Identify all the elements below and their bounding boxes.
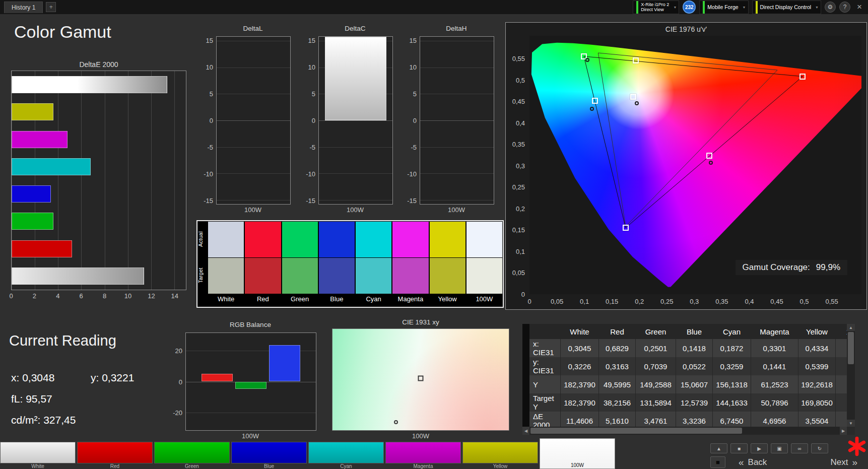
layout-button[interactable]: ▣ [771, 443, 788, 453]
deltah-axis-label: 5 [413, 90, 417, 98]
table-row[interactable]: Y182,379049,5995149,258815,0607156,13186… [529, 375, 847, 393]
deltac-axis-label: 15 [308, 37, 315, 44]
cie1976-title: CIE 1976 u'v' [506, 25, 866, 33]
stop-button[interactable]: ■ [730, 443, 748, 453]
horizontal-scrollbar[interactable]: ◀ ▶ [522, 427, 847, 435]
deltac-axis-label: 10 [308, 63, 315, 71]
pattern-swatch-yellow[interactable]: Yellow [462, 439, 538, 469]
pattern-swatch-100w[interactable]: 100W [540, 439, 615, 469]
horizontal-scroll-thumb[interactable] [530, 428, 742, 434]
cie1976-ytick-label: 0,4 [516, 119, 525, 126]
close-icon[interactable]: × [854, 2, 865, 13]
cie1976-ytick-label: 0,55 [512, 55, 525, 62]
gamut-coverage-readout: Gamut Coverage: 99,9% [736, 260, 847, 275]
deltah-chart-body: 151050-5-10-15 [402, 36, 494, 205]
cie1976-triangle-overlay [529, 36, 861, 294]
deltae2000-chart-title: DeltaE 2000 [11, 58, 186, 71]
table-row[interactable]: Target Y182,379038,2156131,589412,573914… [529, 393, 847, 412]
scroll-down-icon[interactable]: ▼ [847, 420, 855, 427]
scroll-up-icon[interactable]: ▲ [847, 324, 855, 331]
deltah-gridline [420, 68, 494, 68]
pattern-swatch-white[interactable]: White [0, 439, 76, 469]
meter-device-text: X-Rite i1Pro 2 Direct View [641, 2, 669, 12]
cie1976-measured-blue [623, 225, 629, 231]
deltah-ylabels: 151050-5-10-15 [402, 36, 420, 205]
loop-button[interactable]: ∞ [791, 443, 808, 453]
add-tab-button[interactable]: + [46, 2, 56, 12]
pattern-swatch-color [154, 442, 230, 463]
deltal-axis-label: 15 [206, 37, 213, 44]
scroll-right-icon[interactable]: ▶ [840, 427, 847, 435]
next-button[interactable]: Next [828, 457, 850, 467]
table-cell: 61,2523 [751, 375, 798, 393]
table-cell: 0,4334 [798, 339, 836, 357]
next-chevron-icon[interactable]: » [850, 457, 859, 468]
deltal-xlabel: 100W [198, 206, 291, 214]
tab-history-1[interactable]: History 1 [4, 2, 43, 13]
deltae-axis-label: 6 [80, 292, 83, 300]
pattern-swatch-cyan[interactable]: Cyan [308, 439, 384, 469]
table-cell: 0,3259 [713, 357, 751, 375]
pattern-swatch-label: Yellow [462, 463, 538, 469]
help-icon[interactable]: ? [839, 2, 850, 13]
cie1976-measured-magenta [706, 153, 712, 159]
deltae-bar-row [12, 153, 186, 180]
table-cell: 144,1633 [713, 393, 751, 412]
target-swatch-magenta [392, 258, 428, 294]
measurement-data-table: WhiteRedGreenBlueCyanMagentaYellow100Wx:… [522, 324, 855, 435]
pattern-swatch-magenta[interactable]: Magenta [385, 439, 461, 469]
display-control-dropdown[interactable]: Direct Display Control ▼ [752, 1, 821, 14]
deltah-chart: DeltaH 151050-5-10-15 100W [402, 24, 494, 214]
table-cell: 0,0522 [676, 357, 713, 375]
pattern-swatch-color [385, 442, 461, 463]
cie1976-xtick-label: 0,2 [635, 298, 644, 305]
rgb-balance-title: RGB Balance [167, 320, 316, 330]
cie1976-ytick-label: 0,15 [512, 226, 525, 234]
deltah-axis-label: 10 [410, 63, 417, 71]
table-row[interactable]: x: CIE310,30450,68290,25010,14180,18720,… [529, 339, 847, 357]
pattern-swatch-label: Cyan [308, 463, 384, 469]
pattern-window-button[interactable]: ■ [710, 456, 725, 468]
pattern-swatch-green[interactable]: Green [154, 439, 230, 469]
vertical-scrollbar[interactable]: ▲ ▼ [847, 324, 855, 427]
table-cell: 0, [836, 339, 847, 357]
deltac-gridline [319, 173, 392, 174]
scroll-left-icon[interactable]: ◀ [522, 427, 529, 435]
table-row[interactable]: ΔE 200011,46065,16103,47613,32366,74504,… [529, 412, 847, 427]
pattern-swatch-color [231, 442, 307, 463]
deltae-bar-row [12, 71, 186, 98]
cie1976-xtick-label: 0,3 [690, 298, 699, 305]
deltae-bar-yellow [12, 103, 53, 120]
eject-button[interactable]: ▲ [710, 443, 727, 453]
deltah-gridline [420, 147, 494, 148]
pattern-swatch-red[interactable]: Red [77, 439, 153, 469]
cie1931-white-measured [418, 376, 424, 381]
chevron-down-icon: ▼ [815, 6, 819, 9]
nav-row: ■ « Back Next » [710, 456, 866, 468]
compare-column-yellow: Yellow [430, 222, 465, 306]
deltae-plot [11, 71, 186, 290]
settings-gear-icon[interactable]: ⚙ [825, 2, 836, 13]
compare-column-label: Yellow [430, 294, 465, 305]
display-control-label: Direct Display Control [760, 4, 812, 10]
actual-swatch-white [208, 222, 244, 257]
target-swatch-green [282, 258, 318, 294]
refresh-button[interactable]: ↻ [811, 443, 828, 453]
vertical-scroll-thumb[interactable] [848, 332, 854, 364]
compare-column-label: 100W [466, 294, 502, 305]
compare-column-white: White [208, 222, 244, 306]
table-row[interactable]: y: CIE310,32260,31630,70390,05220,32590,… [529, 357, 847, 375]
table-cell: 0,2501 [636, 339, 676, 357]
deltal-axis-label: -5 [207, 143, 213, 151]
pattern-swatch-blue[interactable]: Blue [231, 439, 307, 469]
deltac-plot [318, 36, 393, 205]
source-device-label: Mobile Forge [707, 4, 738, 10]
deltal-chart-title: DeltaL [198, 24, 291, 34]
table-cell: 169,8050 [798, 393, 836, 412]
source-device-dropdown[interactable]: Mobile Forge ▼ [699, 1, 748, 14]
back-button[interactable]: Back [746, 457, 769, 467]
reading-fl-value: fL: 95,57 [11, 393, 52, 405]
play-button[interactable]: ▶ [751, 443, 768, 453]
back-chevron-icon[interactable]: « [737, 457, 746, 468]
meter-device-dropdown[interactable]: X-Rite i1Pro 2 Direct View ▼ [633, 1, 679, 14]
